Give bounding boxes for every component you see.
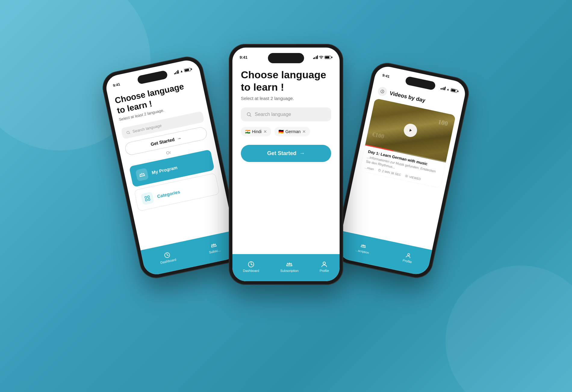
crown-icon-left (135, 168, 149, 182)
svg-rect-5 (148, 198, 150, 201)
time-left: 9:41 (113, 82, 120, 88)
phone-right: 9:41 ▲ (332, 60, 472, 281)
time-right: 9:41 (382, 73, 390, 79)
svg-point-14 (408, 253, 410, 256)
crown-nav-icon-left (210, 241, 217, 249)
svg-rect-3 (148, 196, 150, 198)
german-remove-btn[interactable]: ✕ (302, 129, 306, 134)
search-icon-left (126, 130, 131, 135)
nav-dashboard-label-left: Dashboard (160, 257, 176, 264)
signal-icon-center (313, 55, 318, 59)
nav-profile-right[interactable]: Profile (402, 251, 414, 264)
battery-right (450, 88, 459, 93)
nav-dashboard-center[interactable]: Dashboard (243, 261, 259, 272)
battery-center (325, 56, 332, 59)
center-subtitle: Select at least 2 language. (241, 96, 331, 101)
nav-subscription-right[interactable]: ...scription (355, 241, 371, 254)
bottom-nav-center: Dashboard Subscription Profile (232, 254, 340, 281)
search-icon-center (246, 112, 252, 117)
phones-container: 9:41 ▲ Ch (120, 38, 452, 354)
svg-rect-4 (145, 199, 148, 201)
left-search-text: Search language (132, 123, 162, 134)
hindi-flag: 🇮🇳 (245, 129, 250, 134)
nav-subscription-center[interactable]: Subscription (280, 261, 299, 272)
clock-small-icon (378, 169, 381, 172)
back-button-right[interactable] (377, 86, 388, 97)
eye-icon-right (405, 174, 409, 178)
nav-sub-left[interactable]: Subsc... (207, 241, 221, 254)
nav-subscription-label-center: Subscription (280, 269, 299, 272)
status-icons-center (313, 55, 333, 59)
crown-icon-right (360, 242, 367, 250)
status-icons-left: ▲ (173, 67, 192, 75)
svg-rect-2 (145, 196, 147, 198)
german-flag: 🇩🇪 (278, 129, 284, 134)
svg-point-13 (406, 176, 407, 176)
dashboard-icon-left (163, 251, 171, 259)
center-search-text: Search language (255, 112, 291, 117)
hindi-tag[interactable]: 🇮🇳 Hindi ✕ (241, 127, 271, 136)
nav-dashboard-label-center: Dashboard (243, 269, 259, 272)
wifi-icon-right: ▲ (446, 87, 450, 91)
categories-label: Categories (157, 189, 180, 199)
crown-icon-center (286, 261, 293, 268)
bottom-nav-right: ...scription Profile (336, 231, 432, 277)
person-icon-center (321, 261, 328, 268)
status-icons-right: ▲ (440, 86, 459, 93)
video-language: ...rman (364, 166, 374, 171)
german-label: German (285, 129, 301, 134)
wifi-icon-center (319, 55, 323, 59)
phone-left: 9:41 ▲ Ch (100, 54, 244, 281)
play-icon-right (408, 127, 413, 133)
battery-left (184, 67, 192, 72)
nav-profile-center[interactable]: Profile (320, 261, 329, 272)
center-title: Choose language to learn ! (241, 69, 331, 93)
my-program-label: My Program (151, 165, 178, 175)
signal-icon-right (440, 86, 446, 90)
svg-point-10 (323, 262, 325, 264)
time-center: 9:41 (240, 55, 247, 60)
german-tag[interactable]: 🇩🇪 German ✕ (274, 127, 310, 136)
nav-sub-label-left: Subsc... (209, 248, 221, 254)
phone-left-screen: 9:41 ▲ Ch (104, 58, 239, 277)
person-icon-right (405, 252, 412, 259)
signal-icon-left (173, 70, 179, 74)
hindi-label: Hindi (252, 129, 262, 134)
svg-point-7 (321, 58, 322, 59)
nav-profile-label-center: Profile (320, 269, 329, 272)
grid-icon-left (141, 192, 154, 205)
dashboard-icon-center (247, 261, 255, 268)
dynamic-island-center (268, 53, 304, 63)
center-get-started-btn[interactable]: Get Started → (241, 145, 331, 162)
phone-right-screen: 9:41 ▲ (336, 64, 468, 276)
wifi-icon-left: ▲ (179, 69, 183, 73)
get-started-arrow-center: → (300, 150, 305, 157)
right-section-title: Videos by day (389, 90, 426, 104)
svg-point-0 (126, 131, 129, 134)
phone-center: 9:41 (229, 44, 343, 285)
get-started-label-center: Get Started (267, 150, 296, 157)
center-search-box[interactable]: Search language (241, 107, 331, 121)
tags-row-center: 🇮🇳 Hindi ✕ 🇩🇪 German ✕ (241, 127, 331, 136)
nav-sub-label-right: ...scription (355, 248, 369, 254)
clock-icon-right (380, 89, 385, 94)
phone-center-screen: 9:41 (232, 48, 340, 281)
nav-profile-label-right: Profile (402, 258, 412, 264)
nav-dashboard-left[interactable]: Dashboard (158, 250, 176, 264)
hindi-remove-btn[interactable]: ✕ (263, 129, 267, 134)
